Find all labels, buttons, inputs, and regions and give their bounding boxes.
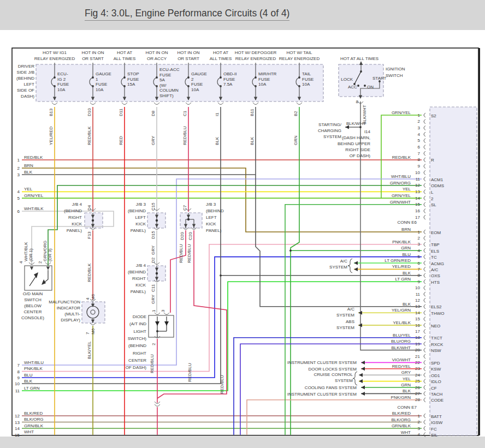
row-wire-label: RED/BLK xyxy=(24,155,43,160)
pin-number: 22 xyxy=(415,360,420,365)
feed-label: HOT W/ TAIL xyxy=(286,50,312,55)
pin-number: 9 xyxy=(418,164,421,169)
pin-socket-icon xyxy=(424,348,425,353)
row-wire-label: WHT/BLU xyxy=(24,360,44,365)
pin-number: 4 xyxy=(418,432,421,437)
pin-terminal-label: CF xyxy=(431,386,437,391)
pin-wire-label: WHT xyxy=(401,430,411,435)
pin-wire-label: BLU/ORG xyxy=(391,339,411,344)
ignition-name: IGNITION xyxy=(386,67,405,71)
row-number: 2 xyxy=(17,166,20,171)
pin-number: 19 xyxy=(415,342,420,347)
feed-label: RELAY ENERGIZED xyxy=(279,56,320,61)
row-number: 12 xyxy=(15,414,20,419)
pin-number: 7 xyxy=(418,151,421,156)
pin-wire-label: BLK xyxy=(403,271,411,276)
row-number: 10 xyxy=(15,381,20,386)
pin-socket-icon xyxy=(424,132,425,136)
ignition-position: ACC xyxy=(348,85,357,89)
row-number: 15 xyxy=(15,433,20,438)
pin-number: 12 xyxy=(415,298,420,303)
pin-number: 1 xyxy=(418,230,421,235)
fuse-label: FUSE xyxy=(57,82,69,87)
junction-dot xyxy=(123,76,126,79)
row-wire-label: YEL xyxy=(24,187,33,192)
fuse-label: 2 xyxy=(191,77,194,82)
feed-wire-label: RED xyxy=(119,136,123,145)
system-label: SYSTEM xyxy=(323,134,341,139)
junction-dot xyxy=(156,272,158,274)
pin-wire-label: GRN/BLK xyxy=(392,423,411,428)
pin-socket-icon xyxy=(424,215,425,219)
pin-socket-icon xyxy=(424,248,425,253)
system-label: SYSTEM xyxy=(336,313,354,318)
wire-row7-wht-blu xyxy=(22,179,422,365)
feed-label: HOT IN ON xyxy=(177,50,199,55)
pin-socket-icon xyxy=(424,209,425,213)
pin-number: 24 xyxy=(415,373,420,378)
pin-socket-icon xyxy=(424,426,425,431)
fuse-label: FUSE xyxy=(96,82,107,87)
arrow-left-icon xyxy=(361,386,365,390)
jb-label: KICK xyxy=(135,283,146,288)
pin-number: 11 xyxy=(416,292,421,297)
junction-dot xyxy=(289,249,292,252)
pin-number: 15 xyxy=(415,202,420,207)
wire-b2-grn xyxy=(291,107,299,435)
pin-number: 8 xyxy=(418,157,421,162)
connector-break-icon xyxy=(155,404,160,407)
connector-break-icon xyxy=(297,103,302,105)
mil-label: INDICATOR xyxy=(57,306,80,310)
driver-side-jb-box xyxy=(36,64,323,101)
brace-icon xyxy=(348,259,352,273)
pin-number: 3 xyxy=(418,426,421,431)
pin-socket-icon xyxy=(424,273,425,278)
pin-terminal-label: NEO xyxy=(431,324,440,328)
od-switch-label: SWITCH xyxy=(24,297,42,302)
pin-number: 6 xyxy=(418,261,421,266)
pin-terminal-label: IGSW xyxy=(431,420,443,425)
junction-dot xyxy=(364,85,366,87)
pin-socket-icon xyxy=(424,317,425,321)
driver-jb-label: (BEHIND xyxy=(16,76,34,81)
jb-label: (BEHIND xyxy=(206,208,224,213)
arrow-left-icon xyxy=(361,392,365,396)
pin-socket-icon xyxy=(424,304,425,309)
fuse-label: GAUGE xyxy=(96,71,111,76)
pin-socket-icon xyxy=(424,379,425,384)
fuse-label: 10A xyxy=(57,87,66,92)
pin-socket-icon xyxy=(424,336,425,340)
pin-number: 16 xyxy=(415,323,420,328)
pin-number: 21 xyxy=(415,354,420,359)
pin-wire-label: GRN/WHT xyxy=(390,200,411,205)
pin-number: 10 xyxy=(415,170,420,175)
feed-label: RELAY ENERGIZED xyxy=(34,56,75,61)
feed-label: RELAY ENERGIZED xyxy=(235,56,276,61)
pin-terminal-label: OD1 xyxy=(431,373,440,378)
system-label: ABS xyxy=(346,319,354,324)
jb-label: PANEL) xyxy=(67,228,82,233)
diode-label: DIODE xyxy=(133,314,146,319)
pin-wire-label: BLK/RED xyxy=(392,411,411,416)
jb-label: KICK xyxy=(72,222,82,226)
wire-name-label: GRY xyxy=(151,245,156,255)
diode-label: (BEHIND xyxy=(128,343,146,348)
i14-connector: I14 xyxy=(364,129,371,134)
od-wire-label: (DR 1) xyxy=(28,248,33,261)
pin-terminal-label: BATT xyxy=(431,414,442,419)
pin-terminal-label: S2 xyxy=(431,114,436,118)
pin-number: 9 xyxy=(418,279,421,284)
junction-dot xyxy=(156,330,158,332)
pin-wire-label: GRN/ORG xyxy=(390,181,411,186)
i14-wire-label: BLK/WHT xyxy=(346,121,366,126)
system-label: CHARGING xyxy=(318,128,341,133)
arrow-left-icon xyxy=(359,373,363,377)
fuse-label: FUSE xyxy=(127,77,139,82)
jb-pin: F13 xyxy=(87,231,92,239)
pin-terminal-label: CODE xyxy=(431,398,443,403)
pin-socket-icon xyxy=(424,310,425,315)
pin-socket-icon xyxy=(424,236,425,240)
pin-terminal-label: ACM1 xyxy=(431,177,443,182)
pin-socket-icon xyxy=(424,354,425,359)
pin-socket-icon xyxy=(424,255,425,259)
